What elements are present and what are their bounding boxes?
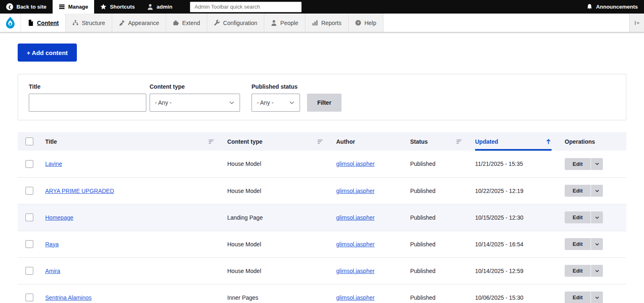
- content-title-link[interactable]: Amira: [45, 268, 60, 274]
- wrench-icon: [214, 20, 220, 26]
- edit-button[interactable]: Edit: [565, 265, 591, 277]
- admin-search-input[interactable]: [190, 2, 302, 12]
- updated-cell: 10/15/2025 - 12:30: [475, 214, 524, 221]
- column-header-status[interactable]: Status: [406, 132, 471, 151]
- row-checkbox[interactable]: [25, 160, 33, 168]
- chevron-down-icon: [595, 188, 600, 193]
- published-status-select[interactable]: - Any -: [252, 94, 300, 112]
- row-checkbox[interactable]: [25, 187, 33, 195]
- operations-dropbutton: Edit: [565, 238, 603, 250]
- operations-dropbutton: Edit: [565, 211, 603, 223]
- operations-dropbutton: Edit: [565, 292, 603, 303]
- status-cell: Published: [410, 241, 436, 248]
- content-title-link[interactable]: Sentrina Alaminos: [45, 294, 92, 301]
- hamburger-icon: [59, 4, 65, 10]
- content-title-link[interactable]: Lavine: [45, 161, 62, 167]
- operations-toggle-button[interactable]: [591, 158, 603, 170]
- title-filter-label: Title: [29, 83, 146, 90]
- sort-ascending-arrow-icon: [545, 138, 552, 145]
- tab-appearance[interactable]: Appearance: [112, 14, 166, 32]
- table-row: Homepage Landing Page glimsol.jaspher Pu…: [18, 204, 626, 231]
- drupal-logo[interactable]: [0, 14, 21, 32]
- edit-button[interactable]: Edit: [565, 211, 591, 223]
- username-label: admin: [157, 4, 172, 10]
- shortcuts-label: Shortcuts: [110, 4, 135, 10]
- operations-toggle-button[interactable]: [591, 265, 603, 277]
- tab-reports[interactable]: Reports: [305, 14, 349, 32]
- author-link[interactable]: glimsol.jaspher: [336, 161, 374, 167]
- column-header-title[interactable]: Title: [41, 132, 223, 151]
- row-checkbox[interactable]: [25, 240, 33, 248]
- operations-dropbutton: Edit: [565, 158, 603, 170]
- status-cell: Published: [410, 268, 436, 274]
- select-all-checkbox[interactable]: [25, 138, 33, 145]
- edit-button[interactable]: Edit: [565, 185, 591, 197]
- navbar-spacer: [383, 14, 629, 32]
- bar-chart-icon: [312, 20, 318, 26]
- edit-button[interactable]: Edit: [565, 158, 591, 170]
- tab-people[interactable]: People: [264, 14, 305, 32]
- toolbar-orientation-toggle[interactable]: [629, 14, 644, 32]
- table-row: Sentrina Alaminos Inner Pages glimsol.ja…: [18, 284, 626, 303]
- status-cell: Published: [410, 188, 436, 194]
- published-status-selected-value: - Any -: [257, 99, 273, 106]
- announcements-button[interactable]: Announcements: [580, 0, 644, 14]
- content-type-cell: Landing Page: [227, 214, 263, 221]
- author-link[interactable]: glimsol.jaspher: [336, 214, 374, 221]
- column-header-updated-sorted[interactable]: Updated: [471, 132, 561, 151]
- row-checkbox[interactable]: [25, 213, 33, 221]
- back-to-site-button[interactable]: ❮ Back to site: [0, 0, 53, 14]
- manage-tab[interactable]: Manage: [53, 0, 94, 14]
- content-title-link[interactable]: ARYA PRIME UPGRADED: [45, 188, 114, 194]
- admin-menu-tabs: Content Structure Appearance Extend Conf…: [21, 14, 383, 32]
- author-link[interactable]: glimsol.jaspher: [336, 268, 374, 274]
- operations-toggle-button[interactable]: [591, 185, 603, 197]
- operations-toggle-button[interactable]: [591, 292, 603, 303]
- author-link[interactable]: glimsol.jaspher: [336, 294, 374, 301]
- status-cell: Published: [410, 161, 436, 167]
- tab-configuration[interactable]: Configuration: [207, 14, 264, 32]
- operations-dropbutton: Edit: [565, 265, 603, 277]
- add-content-button[interactable]: + Add content: [18, 44, 77, 62]
- chevron-down-icon: [289, 100, 295, 106]
- updated-cell: 10/22/2025 - 12:19: [475, 188, 524, 194]
- content-title-link[interactable]: Raya: [45, 241, 59, 248]
- content-type-select[interactable]: - Any -: [150, 94, 240, 112]
- updated-cell: 10/14/2025 - 16:54: [475, 241, 524, 248]
- sort-icon: [209, 140, 214, 144]
- content-page: + Add content Title Content type - Any -…: [0, 32, 644, 303]
- admin-toolbar: ❮ Back to site Manage Shortcuts admin An…: [0, 0, 644, 14]
- document-icon: [28, 20, 34, 26]
- content-type-filter-label: Content type: [150, 83, 240, 90]
- filter-button[interactable]: Filter: [307, 94, 342, 112]
- toolbar-spacer: [302, 0, 580, 14]
- back-to-site-label: Back to site: [16, 4, 46, 10]
- help-icon: ?: [355, 20, 361, 26]
- user-menu[interactable]: admin: [141, 0, 178, 14]
- published-status-filter-label: Published status: [252, 83, 300, 90]
- title-filter-input[interactable]: [29, 94, 146, 112]
- content-type-cell: Inner Pages: [227, 294, 259, 301]
- edit-button[interactable]: Edit: [565, 238, 591, 250]
- shortcuts-tab[interactable]: Shortcuts: [94, 0, 141, 14]
- tab-extend[interactable]: Extend: [166, 14, 207, 32]
- row-checkbox[interactable]: [25, 267, 33, 275]
- tab-structure[interactable]: Structure: [66, 14, 112, 32]
- row-checkbox[interactable]: [25, 294, 33, 301]
- collapse-left-icon: [634, 20, 640, 26]
- chevron-down-icon: [595, 215, 600, 220]
- tab-content[interactable]: Content: [21, 14, 66, 32]
- operations-toggle-button[interactable]: [591, 211, 603, 223]
- manage-label: Manage: [68, 4, 88, 10]
- content-title-link[interactable]: Homepage: [45, 214, 74, 221]
- author-link[interactable]: glimsol.jaspher: [336, 241, 374, 248]
- table-row: Lavine House Model glimsol.jaspher Publi…: [18, 151, 626, 177]
- operations-toggle-button[interactable]: [591, 238, 603, 250]
- author-link[interactable]: glimsol.jaspher: [336, 188, 374, 194]
- table-row: Amira House Model glimsol.jaspher Publis…: [18, 257, 626, 284]
- puzzle-icon: [173, 20, 179, 26]
- edit-button[interactable]: Edit: [565, 292, 591, 303]
- tab-help[interactable]: ? Help: [349, 14, 383, 32]
- column-header-content-type[interactable]: Content type: [223, 132, 332, 151]
- updated-cell: 11/21/2025 - 15:35: [475, 161, 523, 167]
